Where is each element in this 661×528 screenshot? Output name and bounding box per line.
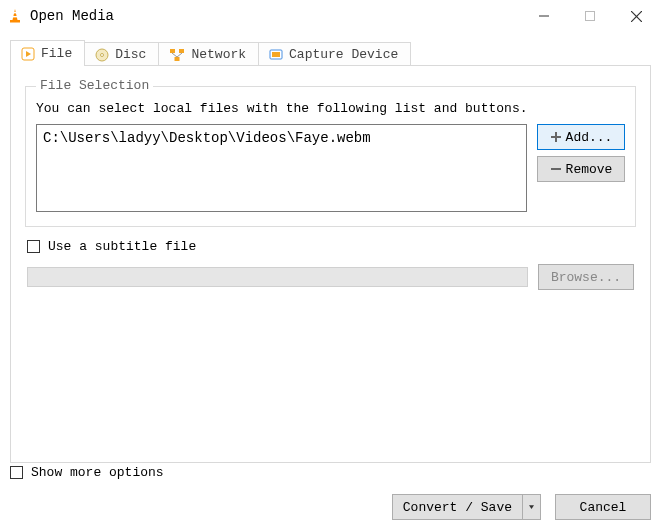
close-button[interactable] [613, 0, 659, 32]
subtitle-group: Use a subtitle file Browse... [27, 239, 634, 290]
minimize-button[interactable] [521, 0, 567, 32]
subtitle-path-field [27, 267, 528, 287]
add-button[interactable]: Add... [537, 124, 625, 150]
tab-disc[interactable]: Disc [84, 42, 159, 66]
file-icon [21, 47, 35, 61]
minus-icon [550, 163, 562, 175]
cancel-button[interactable]: Cancel [555, 494, 651, 520]
tab-file[interactable]: File [10, 40, 85, 66]
tab-network[interactable]: Network [158, 42, 259, 66]
svg-marker-22 [529, 505, 534, 509]
subtitle-checkbox[interactable] [27, 240, 40, 253]
svg-line-16 [177, 53, 182, 57]
file-list[interactable]: C:\Users\ladyy\Desktop\Videos\Faye.webm [36, 124, 527, 212]
window-title: Open Media [30, 8, 521, 24]
svg-rect-3 [10, 20, 20, 23]
subtitle-label: Use a subtitle file [48, 239, 196, 254]
svg-rect-20 [551, 136, 561, 138]
title-bar: Open Media [0, 0, 661, 32]
tab-file-label: File [41, 46, 72, 61]
svg-rect-12 [170, 49, 175, 53]
file-selection-group: File Selection You can select local file… [25, 86, 636, 227]
browse-button-label: Browse... [551, 270, 621, 285]
svg-rect-1 [13, 12, 16, 13]
capture-icon [269, 48, 283, 62]
tab-content: File Selection You can select local file… [10, 65, 651, 463]
convert-save-split-button: Convert / Save [392, 494, 541, 520]
svg-rect-5 [586, 12, 595, 21]
svg-rect-13 [179, 49, 184, 53]
svg-marker-0 [13, 9, 18, 20]
svg-rect-2 [13, 16, 17, 17]
remove-button[interactable]: Remove [537, 156, 625, 182]
close-icon [631, 11, 642, 22]
tab-capture-label: Capture Device [289, 47, 398, 62]
browse-button: Browse... [538, 264, 634, 290]
svg-line-15 [172, 53, 177, 57]
file-entry[interactable]: C:\Users\ladyy\Desktop\Videos\Faye.webm [43, 129, 520, 149]
network-icon [169, 48, 185, 62]
dialog-footer: Show more options Convert / Save Cancel [10, 465, 651, 520]
window-controls [521, 0, 659, 32]
file-selection-legend: File Selection [36, 78, 153, 93]
tab-bar: File Disc Network Capture Device [10, 40, 651, 66]
minimize-icon [539, 11, 549, 21]
tab-network-label: Network [191, 47, 246, 62]
maximize-icon [585, 11, 595, 21]
vlc-cone-icon [8, 8, 22, 24]
show-more-row[interactable]: Show more options [10, 465, 651, 480]
svg-rect-18 [272, 52, 280, 57]
disc-icon [95, 48, 109, 62]
convert-save-dropdown[interactable] [523, 494, 541, 520]
show-more-checkbox[interactable] [10, 466, 23, 479]
file-selection-help: You can select local files with the foll… [36, 101, 625, 116]
convert-save-button[interactable]: Convert / Save [392, 494, 523, 520]
svg-rect-21 [551, 168, 561, 170]
maximize-button[interactable] [567, 0, 613, 32]
cancel-button-label: Cancel [580, 500, 627, 515]
add-button-label: Add... [566, 130, 613, 145]
show-more-label: Show more options [31, 465, 164, 480]
subtitle-checkbox-row[interactable]: Use a subtitle file [27, 239, 634, 254]
svg-point-11 [101, 53, 104, 56]
tab-capture[interactable]: Capture Device [258, 42, 411, 66]
chevron-down-icon [529, 504, 534, 510]
remove-button-label: Remove [566, 162, 613, 177]
plus-icon [550, 131, 562, 143]
convert-save-label: Convert / Save [403, 500, 512, 515]
tab-disc-label: Disc [115, 47, 146, 62]
svg-rect-14 [175, 57, 180, 61]
